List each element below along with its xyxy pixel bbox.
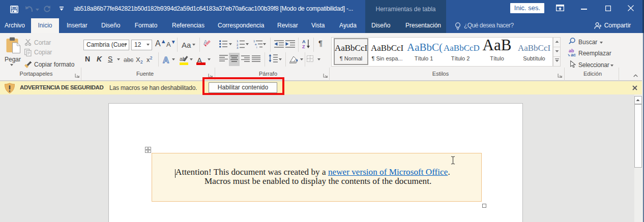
svg-text:3: 3 (237, 46, 239, 49)
svg-text:i: i (256, 46, 257, 48)
svg-text:A: A (302, 39, 306, 44)
svg-text:ac: ac (571, 52, 576, 57)
svg-text:Z: Z (302, 44, 305, 49)
